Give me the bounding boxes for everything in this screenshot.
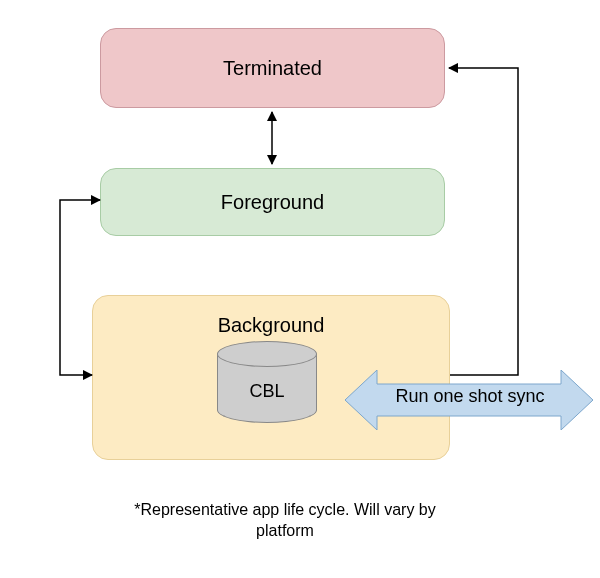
state-terminated-label: Terminated — [223, 57, 322, 80]
lifecycle-diagram: Terminated Foreground Background CBL Run… — [0, 0, 600, 578]
database-label: CBL — [217, 381, 317, 402]
svg-marker-0 — [345, 370, 593, 430]
sync-callout — [345, 370, 593, 430]
footnote: *Representative app life cycle. Will var… — [115, 500, 455, 542]
database-icon: CBL — [217, 341, 317, 419]
arrow-background-terminated — [449, 68, 518, 375]
state-foreground-label: Foreground — [221, 191, 324, 214]
state-terminated: Terminated — [100, 28, 445, 108]
state-background-label: Background — [218, 314, 325, 337]
state-foreground: Foreground — [100, 168, 445, 236]
